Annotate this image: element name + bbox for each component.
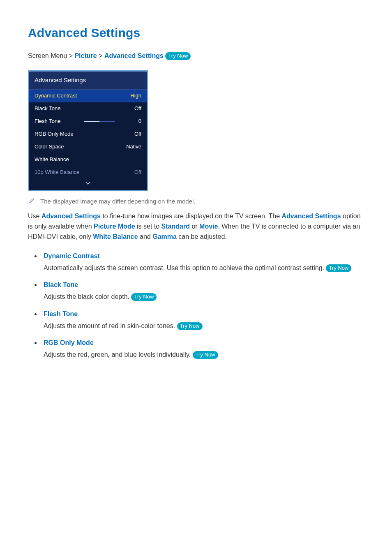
item-body: Adjusts the black color depth. Try Now [44, 292, 367, 301]
term-standard: Standard [161, 223, 190, 230]
item-body: Automatically adjusts the screen contras… [44, 263, 367, 273]
list-item: RGB Only Mode Adjusts the red, green, an… [41, 338, 367, 359]
item-title-dynamic-contrast: Dynamic Contrast [44, 251, 367, 261]
panel-title: Advanced Settings [29, 72, 147, 90]
try-now-pill[interactable]: Try Now [326, 264, 351, 272]
chevron-down-icon[interactable] [29, 178, 147, 190]
row-label: Flesh Tone [35, 118, 60, 125]
panel-row-flesh-tone[interactable]: Flesh Tone 0 [29, 115, 147, 128]
item-title-rgb-only-mode: RGB Only Mode [44, 338, 367, 347]
row-slider[interactable]: 0 [60, 118, 141, 125]
breadcrumb: Screen Menu > Picture > Advanced Setting… [28, 51, 367, 60]
intro-paragraph: Use Advanced Settings to fine-tune how i… [28, 211, 367, 242]
pencil-icon [29, 198, 35, 204]
term-advanced-settings: Advanced Settings [42, 213, 101, 220]
term-movie: Movie [199, 223, 218, 230]
feature-list: Dynamic Contrast Automatically adjusts t… [28, 251, 367, 360]
row-label: Black Tone [35, 105, 60, 113]
breadcrumb-sep: > [99, 52, 102, 59]
settings-panel: Advanced Settings Dynamic Contrast High … [28, 70, 148, 191]
try-now-pill[interactable]: Try Now [165, 52, 191, 60]
row-value: 0 [121, 118, 141, 125]
note-text: The displayed image may differ depending… [40, 197, 195, 206]
slider-fill [84, 121, 99, 122]
row-value: Native [121, 143, 141, 151]
term-advanced-settings: Advanced Settings [282, 213, 341, 220]
item-title-black-tone: Black Tone [44, 280, 367, 289]
row-value: Off [121, 105, 141, 113]
page-title: Advanced Settings [28, 24, 367, 42]
list-item: Flesh Tone Adjusts the amount of red in … [41, 309, 367, 331]
row-label: Color Space [35, 143, 64, 151]
item-title-flesh-tone: Flesh Tone [44, 309, 367, 319]
row-label: RGB Only Mode [35, 130, 74, 138]
breadcrumb-picture: Picture [74, 52, 97, 59]
panel-row-white-balance[interactable]: White Balance [29, 153, 147, 166]
panel-row-black-tone[interactable]: Black Tone Off [29, 102, 147, 115]
try-now-pill[interactable]: Try Now [131, 293, 157, 301]
row-value: Off [121, 130, 141, 138]
row-label: White Balance [35, 156, 69, 164]
breadcrumb-sep: > [69, 52, 73, 59]
row-value: High [121, 92, 141, 100]
panel-row-color-space[interactable]: Color Space Native [29, 141, 147, 153]
row-label: Dynamic Contrast [35, 92, 77, 100]
try-now-pill[interactable]: Try Now [177, 322, 203, 330]
item-body: Adjusts the red, green, and blue levels … [44, 350, 367, 359]
panel-row-rgb-only[interactable]: RGB Only Mode Off [29, 128, 147, 141]
list-item: Dynamic Contrast Automatically adjusts t… [41, 251, 367, 273]
item-body: Adjusts the amount of red in skin-color … [44, 321, 367, 331]
row-value: Off [121, 169, 141, 176]
breadcrumb-advanced: Advanced Settings [104, 52, 164, 59]
term-gamma: Gamma [152, 233, 177, 240]
slider-track [84, 121, 115, 122]
try-now-pill[interactable]: Try Now [193, 351, 218, 359]
list-item: Black Tone Adjusts the black color depth… [41, 280, 367, 301]
panel-row-10p-white-balance: 10p White Balance Off [29, 166, 147, 179]
panel-row-dynamic-contrast[interactable]: Dynamic Contrast High [29, 90, 147, 102]
term-picture-mode: Picture Mode [94, 223, 135, 230]
breadcrumb-root: Screen Menu [28, 52, 67, 59]
row-label: 10p White Balance [35, 169, 79, 176]
model-note: The displayed image may differ depending… [29, 197, 367, 206]
term-white-balance: White Balance [93, 233, 138, 240]
